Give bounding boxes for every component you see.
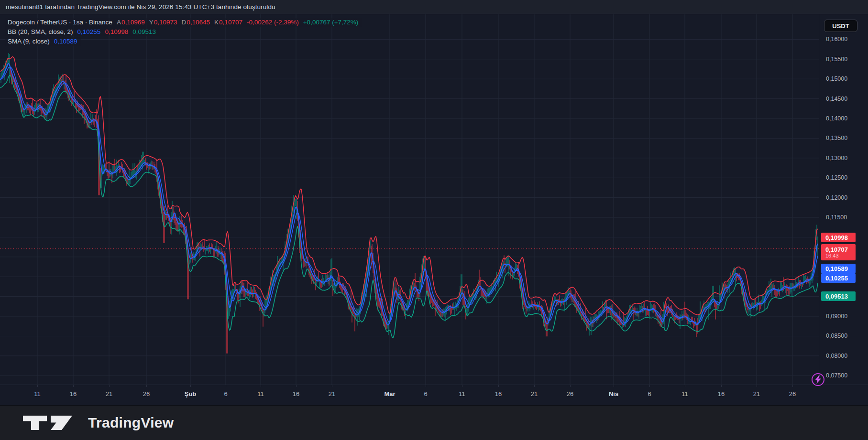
price-axis-label: 0,14000: [826, 115, 847, 122]
time-axis-label: 6: [224, 390, 227, 397]
price-axis-label: 0,13500: [826, 135, 847, 141]
tradingview-logo[interactable]: TradingView: [23, 415, 174, 431]
currency-toggle-button[interactable]: USDT: [824, 20, 857, 32]
time-axis-label: 11: [257, 390, 264, 397]
vertical-gridlines: [37, 14, 792, 385]
time-axis-label: Nis: [609, 390, 618, 397]
time-axis-label: 21: [329, 390, 335, 397]
badge-price: 0,10255: [825, 275, 848, 282]
time-axis-label: 6: [424, 390, 427, 397]
period-change: +0,00767 (+7,72%): [303, 19, 359, 26]
price-axis-label: 0,09000: [826, 313, 847, 320]
ohlc-high: Y 0,10973: [149, 19, 177, 26]
ohlc-open: A 0,10969: [117, 19, 145, 26]
price-badge-bb-lower: 0,09513: [821, 291, 856, 301]
time-axis-label: 26: [143, 390, 150, 397]
time-axis-label: 21: [531, 390, 538, 397]
price-axis-label: 0,13000: [826, 155, 847, 161]
time-tick-mark: [534, 385, 535, 387]
badge-price: 0,10998: [825, 234, 848, 241]
time-tick-mark: [649, 385, 650, 387]
symbol-title: Dogecoin / TetherUS · 1sa · Binance: [8, 19, 112, 26]
time-tick-mark: [757, 385, 757, 387]
price-axis-label: 0,07500: [826, 372, 847, 379]
time-tick-mark: [721, 385, 722, 387]
attribution-text: mesutinan81 tarafından TradingView.com i…: [6, 3, 275, 11]
legend-bb-row[interactable]: BB (20, SMA, close, 2) 0,10255 0,10998 0…: [5, 27, 160, 36]
time-tick-mark: [390, 385, 390, 387]
time-tick-mark: [73, 385, 74, 387]
bb-lower-value: 0,09513: [132, 28, 156, 35]
time-tick-mark: [792, 385, 793, 387]
price-chart-canvas[interactable]: [0, 14, 819, 385]
price-axis-label: 0,15000: [826, 75, 847, 82]
time-axis-label: 11: [34, 390, 41, 397]
price-axis-label: 0,15500: [826, 56, 847, 63]
price-badge-bb-upper: 0,10998: [821, 233, 856, 242]
sma-indicator-title: SMA (9, close): [8, 38, 50, 45]
time-tick-mark: [570, 385, 571, 387]
flash-order-button[interactable]: [812, 373, 824, 386]
time-axis-label: 16: [293, 390, 299, 397]
price-axis-label: 0,16000: [826, 36, 847, 43]
price-badge-last-price: 0,1070716:43: [821, 244, 856, 260]
price-badge-sma9: 0,10589: [821, 264, 856, 273]
time-axis-label: 21: [753, 390, 760, 397]
price-badge-bb-basis: 0,10255: [821, 273, 856, 283]
price-axis-label: 0,14500: [826, 96, 847, 102]
time-axis-label: 16: [495, 390, 502, 397]
price-axis-label: 0,12500: [826, 174, 847, 181]
time-tick-mark: [190, 385, 191, 387]
time-axis-label: 21: [106, 390, 112, 397]
time-axis-label: 6: [648, 390, 651, 397]
legend: Dogecoin / TetherUS · 1sa · Binance A 0,…: [5, 18, 362, 46]
time-tick-mark: [37, 385, 38, 387]
sma9-line: [0, 64, 818, 325]
time-tick-mark: [685, 385, 685, 387]
time-axis-label: 26: [567, 390, 573, 397]
badge-price: 0,10589: [825, 265, 848, 272]
time-tick-mark: [462, 385, 462, 387]
bb-basis-value: 0,10255: [77, 28, 101, 35]
time-tick-mark: [426, 385, 426, 387]
time-tick-mark: [614, 385, 614, 387]
time-tick-mark: [296, 385, 297, 387]
time-axis-label: 16: [718, 390, 725, 397]
time-tick-mark: [261, 385, 261, 387]
time-axis-label: 26: [789, 390, 796, 397]
time-axis[interactable]: 11162126Şub6111621Mar611162126Nis6111621…: [0, 385, 868, 405]
time-tick-mark: [109, 385, 110, 387]
bb-indicator-title: BB (20, SMA, close, 2): [8, 28, 73, 35]
sma-value: 0,10589: [54, 38, 77, 45]
ohlc-low: D 0,10645: [182, 19, 210, 26]
bb-upper-line: [0, 57, 818, 315]
lightning-bolt-icon: [815, 376, 821, 384]
legend-symbol-row[interactable]: Dogecoin / TetherUS · 1sa · Binance A 0,…: [5, 18, 362, 27]
price-axis-label: 0,08500: [826, 333, 847, 339]
bb-basis-line: [0, 67, 818, 323]
time-axis-label: Mar: [384, 390, 395, 397]
time-axis-label: 11: [681, 390, 688, 397]
footer-bar: TradingView: [0, 405, 868, 440]
badge-price: 0,09513: [825, 293, 848, 300]
time-tick-mark: [332, 385, 332, 387]
badge-price: 0,10707: [825, 246, 848, 253]
time-tick-mark: [226, 385, 226, 387]
price-axis[interactable]: USDT 0,160000,155000,150000,145000,14000…: [819, 14, 868, 385]
time-tick-mark: [498, 385, 499, 387]
price-axis-label: 0,08000: [826, 353, 847, 359]
chart-pane[interactable]: [0, 14, 819, 385]
tradingview-snapshot: mesutinan81 tarafından TradingView.com i…: [0, 0, 868, 440]
attribution-bar: mesutinan81 tarafından TradingView.com i…: [0, 0, 868, 14]
time-axis-label: 11: [459, 390, 465, 397]
badge-countdown: 16:43: [825, 253, 839, 258]
time-axis-label: 16: [70, 390, 77, 397]
price-axis-label: 0,11500: [826, 214, 847, 221]
bb-upper-value: 0,10998: [105, 28, 128, 35]
bar-change: -0,00262 (-2,39%): [247, 19, 299, 26]
ohlc-close: K 0,10707: [214, 19, 242, 26]
price-axis-label: 0,12000: [826, 194, 847, 201]
up-bars: [1, 53, 818, 335]
legend-sma-row[interactable]: SMA (9, close) 0,10589: [5, 37, 81, 46]
time-axis-label: Şub: [185, 390, 197, 397]
